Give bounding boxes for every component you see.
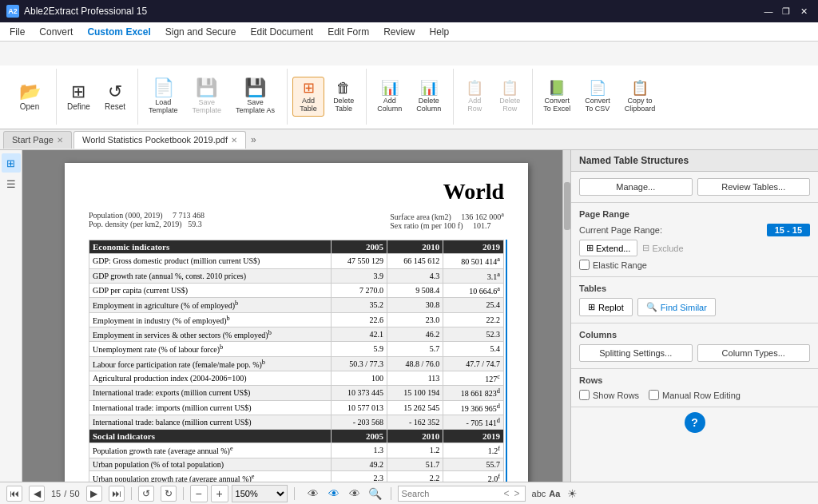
add-column-icon: 📊 xyxy=(381,81,399,95)
replot-button[interactable]: ⊞ Replot xyxy=(579,298,633,316)
splitting-settings-button[interactable]: Splitting Settings... xyxy=(579,344,693,362)
doc-tabs-arrow[interactable]: » xyxy=(248,134,260,145)
ribbon-group-table-buttons: ⊞ AddTable 🗑 DeleteTable xyxy=(292,69,359,125)
review-tables-button[interactable]: Review Tables... xyxy=(697,178,811,196)
brightness-icon[interactable]: ☀ xyxy=(563,485,581,502)
delete-column-button[interactable]: 📊 DeleteColumn xyxy=(411,77,447,117)
view-icon-3[interactable]: 👁 xyxy=(346,485,363,502)
select-tool[interactable]: ⊞ xyxy=(2,153,21,173)
start-page-tab[interactable]: Start Page ✕ xyxy=(3,131,72,149)
delete-table-button[interactable]: 🗑 DeleteTable xyxy=(328,77,359,117)
view-icon-2[interactable]: 👁 xyxy=(325,485,343,502)
delete-row-button[interactable]: 📋 DeleteRow xyxy=(494,77,526,117)
aa-icon[interactable]: Aa xyxy=(549,489,560,498)
add-column-button[interactable]: 📊 AddColumn xyxy=(371,77,407,117)
world-stats-tab[interactable]: World Statistics Pocketbook 2019.pdf ✕ xyxy=(73,131,246,149)
world-stats-tab-close[interactable]: ✕ xyxy=(231,136,237,145)
last-page-button[interactable]: ⏭ xyxy=(109,486,125,502)
table-row: Employment in services & other sectors (… xyxy=(89,327,504,341)
redo-button[interactable]: ↻ xyxy=(161,486,177,502)
search-next[interactable]: > xyxy=(513,488,522,499)
exclude-button[interactable]: ⊟ Exclude xyxy=(642,243,683,253)
menu-edit-form[interactable]: Edit Form xyxy=(321,25,375,39)
save-template-as-icon: 💾 xyxy=(244,79,266,97)
zoom-out-button[interactable]: − xyxy=(190,485,208,502)
add-row-button[interactable]: 📋 AddRow xyxy=(459,77,490,117)
close-btn[interactable]: ✕ xyxy=(796,4,812,18)
tables-section: Tables ⊞ Replot 🔍 Find Similar xyxy=(571,277,818,323)
separator-1 xyxy=(131,487,132,500)
pdf-header-right: Surface area (km2) 136 162 000a Sex rati… xyxy=(390,211,504,230)
ribbon-group-row-buttons: 📋 AddRow 📋 DeleteRow xyxy=(459,69,526,125)
reset-button[interactable]: ↺ Reset xyxy=(99,79,131,115)
convert-csv-icon: 📄 xyxy=(589,81,606,95)
pdf-content[interactable]: World Population (000, 2019) 7 713 468 P… xyxy=(22,150,570,482)
define-button[interactable]: ⊞ Define xyxy=(62,79,96,115)
table-row: Agricultural production index (2004-2006… xyxy=(89,371,504,385)
convert-to-excel-button[interactable]: 📗 ConvertTo Excel xyxy=(538,77,576,117)
view-icon-1[interactable]: 👁 xyxy=(304,485,322,502)
page-range-title: Page Range xyxy=(579,209,810,219)
convert-excel-icon: 📗 xyxy=(548,81,566,95)
view-icon-4[interactable]: 🔍 xyxy=(367,485,384,502)
table-row: Employment in industry (% of employed)b … xyxy=(89,312,504,327)
menu-edit-document[interactable]: Edit Document xyxy=(244,25,320,39)
column-types-button[interactable]: Column Types... xyxy=(697,344,811,362)
ribbon-group-column-buttons: 📊 AddColumn 📊 DeleteColumn xyxy=(371,69,447,125)
menu-file[interactable]: File xyxy=(3,25,31,39)
menu-custom-excel[interactable]: Custom Excel xyxy=(81,24,157,40)
pdf-table-container: Economic indicators 2005 2010 2019 GDP: … xyxy=(89,240,504,482)
main-layout: ⊞ ☰ World Population (000, 2019) 7 713 4… xyxy=(0,150,818,482)
undo-button[interactable]: ↺ xyxy=(138,486,154,502)
tables-buttons-row: ⊞ Replot 🔍 Find Similar xyxy=(579,298,810,316)
scroll-thumb[interactable] xyxy=(564,182,570,230)
ribbon-group-template: 📄 LoadTemplate 💾 SaveTemplate 💾 SaveTemp… xyxy=(140,69,288,125)
manage-review-section: Manage... Review Tables... xyxy=(571,172,818,203)
minimize-btn[interactable]: — xyxy=(760,4,776,18)
delete-row-icon: 📋 xyxy=(501,81,518,95)
find-similar-button[interactable]: 🔍 Find Similar xyxy=(637,298,716,316)
start-page-tab-close[interactable]: ✕ xyxy=(57,136,63,145)
save-template-button[interactable]: 💾 SaveTemplate xyxy=(187,75,228,118)
save-template-as-button[interactable]: 💾 SaveTemplate As xyxy=(230,75,280,118)
extend-exclude-row: ⊞ Extend... ⊟ Exclude xyxy=(579,240,810,256)
menu-sign-secure[interactable]: Sign and Secure xyxy=(159,25,243,39)
columns-section-title: Columns xyxy=(579,330,810,339)
menu-review[interactable]: Review xyxy=(377,25,421,39)
open-button[interactable]: 📂 Open xyxy=(10,79,50,115)
delete-table-icon: 🗑 xyxy=(336,81,351,95)
table-row: International trade: balance (million cu… xyxy=(89,415,504,429)
zoom-in-button[interactable]: + xyxy=(211,485,228,502)
window-controls: — ❐ ✕ xyxy=(760,4,812,18)
zoom-select[interactable]: 150% 100% 75% 50% 200% xyxy=(232,485,288,502)
prev-page-button[interactable]: ◀ xyxy=(29,486,45,502)
abc-icon[interactable]: abc xyxy=(532,489,546,498)
manual-row-editing-checkbox[interactable] xyxy=(649,390,659,400)
table-row: GDP: Gross domestic product (million cur… xyxy=(89,254,504,268)
load-template-button[interactable]: 📄 LoadTemplate xyxy=(143,75,184,118)
extend-button[interactable]: ⊞ Extend... xyxy=(579,240,637,256)
open-icon: 📂 xyxy=(19,83,41,101)
add-table-button[interactable]: ⊞ AddTable xyxy=(292,77,324,117)
manage-button[interactable]: Manage... xyxy=(579,178,693,196)
ribbon-group-column: 📊 AddColumn 📊 DeleteColumn xyxy=(368,69,454,125)
copy-clipboard-icon: 📋 xyxy=(631,81,649,95)
next-page-button[interactable]: ▶ xyxy=(86,486,102,502)
first-page-button[interactable]: ⏮ xyxy=(6,486,22,502)
restore-btn[interactable]: ❐ xyxy=(778,4,794,18)
search-prev[interactable]: < xyxy=(502,488,511,499)
tables-section-title: Tables xyxy=(579,284,810,293)
search-input[interactable] xyxy=(402,489,499,498)
copy-to-clipboard-button[interactable]: 📋 Copy toClipboard xyxy=(619,77,661,117)
help-bubble[interactable]: ? xyxy=(685,412,705,433)
show-rows-checkbox[interactable] xyxy=(579,390,590,400)
year-header-2019: 2019 xyxy=(443,240,504,254)
table-row: International trade: exports (million cu… xyxy=(89,386,504,400)
menu-help[interactable]: Help xyxy=(423,25,456,39)
pdf-scrollbar[interactable] xyxy=(562,150,570,482)
elastic-range-checkbox[interactable] xyxy=(579,260,590,270)
right-panel: Named Table Structures Manage... Review … xyxy=(570,150,818,482)
menu-convert[interactable]: Convert xyxy=(33,25,79,39)
convert-to-csv-button[interactable]: 📄 ConvertTo CSV xyxy=(579,77,616,117)
hand-tool[interactable]: ☰ xyxy=(2,174,21,193)
